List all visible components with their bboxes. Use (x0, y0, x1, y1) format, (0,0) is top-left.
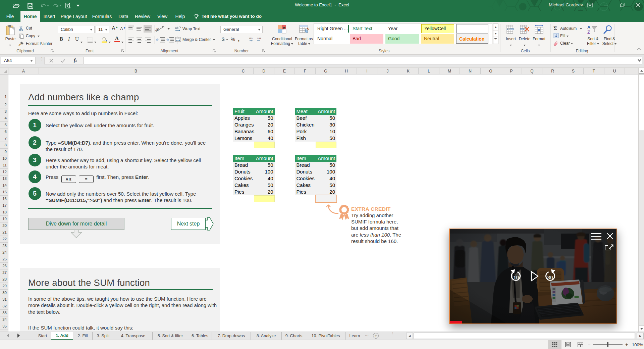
svg-text:ab: ab (175, 26, 178, 30)
svg-text:.0: .0 (257, 37, 259, 40)
svg-text:Z: Z (587, 30, 590, 35)
svg-text:0: 0 (251, 37, 253, 40)
svg-text:0: 0 (259, 37, 261, 40)
svg-text:.0: .0 (249, 37, 251, 40)
svg-text:30: 30 (547, 275, 553, 280)
svg-text:10: 10 (513, 275, 519, 280)
svg-text:A: A (587, 25, 591, 30)
svg-text:ab: ab (154, 27, 160, 33)
